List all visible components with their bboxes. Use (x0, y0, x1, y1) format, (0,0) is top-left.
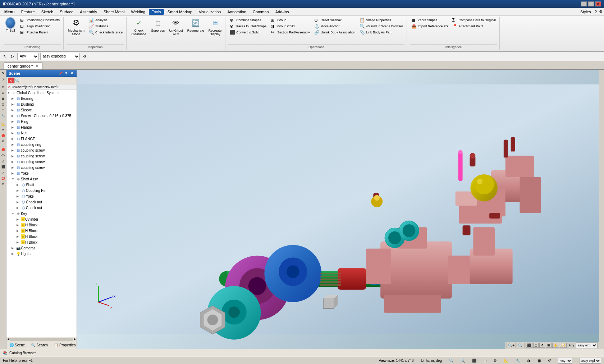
view-pan-btn[interactable]: ✋ (552, 343, 559, 348)
lmt-arrow-btn[interactable]: ▷ (1, 76, 6, 81)
any-dropdown[interactable]: Any (17, 53, 39, 60)
status-btn-8[interactable]: ↺ (548, 359, 551, 363)
status-btn-4[interactable]: 📐 (504, 359, 508, 363)
scene-pin-button[interactable]: 📌 (58, 71, 63, 76)
tree-item-ring[interactable]: ▶ ⊡ Ring (6, 119, 77, 124)
tree-item-shaft-assy[interactable]: ▼ ⊕ Shaft Assy (6, 176, 77, 182)
tree-item-coupling-screw3[interactable]: ▶ ⊡ coupling screw (6, 159, 77, 165)
lmt-btn15[interactable]: △ (1, 158, 6, 163)
tree-item-cylinder[interactable]: ▶ ▣ Cylinder (6, 216, 77, 222)
lmt-btn19[interactable]: ⊕ (1, 181, 6, 186)
check-interference-button[interactable]: 🔍 Check Interference (87, 29, 124, 35)
tree-item-hblock4[interactable]: ▶ ▣ H Block (6, 239, 77, 245)
link-body-as-part-button[interactable]: 📎 Link Body As Part (358, 29, 404, 35)
help-icon[interactable]: ? (595, 10, 597, 14)
menu-item-annotation[interactable]: Annotation (224, 9, 249, 15)
zoom-btn-1[interactable]: 🔍+ (507, 343, 516, 348)
menu-item-surface[interactable]: Surface (57, 9, 76, 15)
menu-item-common[interactable]: Common (250, 9, 272, 15)
catalog-browser-label[interactable]: Catalog Browser (9, 351, 36, 355)
menu-item-smart-markup[interactable]: Smart Markup (165, 9, 195, 15)
lmt-btn14[interactable]: ◯ (1, 153, 6, 158)
lmt-btn17[interactable]: ↗ (1, 170, 6, 175)
tree-item-cameras[interactable]: ▶ 📷 Cameras (6, 245, 77, 251)
menu-item-sheet-metal[interactable]: Sheet Metal (101, 9, 128, 15)
center-grinder-tab[interactable]: center grinder* ✕ (4, 63, 42, 69)
lmt-btn4[interactable]: ⊡ (1, 90, 6, 95)
menu-item-addins[interactable]: Add-Ins (273, 9, 292, 15)
faces-to-intellishape-button[interactable]: ⊗ Faces to IntelliShape (228, 23, 268, 29)
tree-item-hblock3[interactable]: ▶ ▣ H Block (6, 234, 77, 239)
recreate-display-button[interactable]: 🖥 RecreateDisplay (207, 17, 223, 37)
move-anchor-button[interactable]: ⚓ Move Anchor (313, 23, 357, 29)
view-select-2[interactable]: ◻ (533, 343, 539, 348)
tree-item-coupling-ring[interactable]: ▶ ⊡ coupling ring (6, 142, 77, 147)
menu-item-menu[interactable]: Menu (1, 9, 18, 15)
status-btn-2[interactable]: ◻ (484, 359, 486, 363)
check-clearance-button[interactable]: ✓ CheckClearance (129, 17, 148, 37)
lmt-btn16[interactable]: ⬛ (1, 164, 6, 169)
combine-shapes-button[interactable]: ⊕ Combine Shapes (228, 17, 268, 23)
tab-close-button[interactable]: ✕ (36, 64, 38, 68)
viewport[interactable]: X Z Y 🔍+ 🔍- ⬛ ◻ ↺ ⊞ ✋ 🧭 Any assy expl (77, 70, 599, 349)
scene-close-button[interactable]: ✕ (69, 71, 74, 76)
menu-item-feature[interactable]: Feature (18, 9, 38, 15)
lmt-btn13[interactable]: 🔴 (1, 147, 6, 152)
status-btn-5[interactable]: 🔧 (516, 359, 520, 363)
menu-item-sketch[interactable]: Sketch (38, 9, 56, 15)
tree-item-shaft[interactable]: ▶ ⬡ Shaft (6, 182, 77, 188)
group-child-button[interactable]: ◑ Group Child (269, 23, 311, 29)
menu-item-assembly[interactable]: Assembly (77, 9, 100, 15)
view-orient-btn[interactable]: 🧭 (560, 343, 567, 348)
config-manage-button[interactable]: ⚙ (81, 54, 88, 59)
scene-tb-search[interactable]: 🔍 (14, 78, 20, 83)
config-dropdown[interactable]: assy exploded (40, 53, 80, 60)
maximize-button[interactable]: □ (588, 1, 594, 6)
lmt-btn10[interactable]: ✏ (1, 127, 6, 132)
tree-item-yoke2[interactable]: ▶ ⬡ Yoke (6, 193, 77, 199)
tree-item-hblock2[interactable]: ▶ ▣ H Block (6, 228, 77, 234)
lmt-select-btn[interactable]: ↖ (1, 70, 6, 75)
tree-item-lights[interactable]: ▶ 💡 Lights (6, 251, 77, 257)
lmt-btn8[interactable]: 🔧 (1, 113, 6, 118)
tree-item-key[interactable]: ▼ ⊕ Key (6, 211, 77, 216)
tree-item-coupling-pin[interactable]: ▶ ⬡ Coupling Pin (6, 188, 77, 193)
view-fit-btn[interactable]: ⊞ (546, 343, 552, 348)
fixed-in-parent-button[interactable]: ⊟ Fixed in Parent (19, 29, 61, 35)
status-btn-7[interactable]: ▦ (537, 359, 541, 363)
positioning-constraints-button[interactable]: ⊞ Positioning Constraints (19, 17, 61, 23)
select-tool-button[interactable]: ▷ (9, 54, 16, 59)
tree-item-nut[interactable]: ▶ ⊡ Nut (6, 130, 77, 136)
assy-config-select[interactable]: assy expl (576, 342, 598, 348)
status-any-select[interactable]: Any (558, 358, 572, 364)
scene-tab-properties[interactable]: 📋 Properties (51, 341, 79, 349)
menu-item-welding[interactable]: Welding (128, 9, 148, 15)
minimize-button[interactable]: ─ (581, 1, 587, 6)
regenerate-button[interactable]: 🔄 Regenerate (186, 17, 206, 33)
status-btn-6[interactable]: ◑ (527, 359, 530, 363)
group-button[interactable]: ⊞ Group (269, 17, 311, 23)
statistics-button[interactable]: 📈 Statistics (87, 23, 124, 29)
tree-item-sleeve[interactable]: ▶ ⊡ Sleeve (6, 107, 77, 113)
tree-item-screw[interactable]: ▶ ⊡ Screw : Cheese - 0.216 x 0.375 (6, 113, 77, 119)
lmt-btn5[interactable]: ▦ (1, 96, 6, 101)
view-select-1[interactable]: ⬛ (526, 343, 532, 348)
scene-tab-scene[interactable]: 🌐 Scene (6, 341, 28, 349)
tree-item-check-nut1[interactable]: ▶ ⬡ Check nut (6, 199, 77, 205)
mechanism-mode-button[interactable]: ⚙ MechanismMode (67, 17, 86, 37)
status-zoom-out[interactable]: 🔍 (461, 359, 465, 363)
lmt-btn7[interactable]: ⬡ (1, 107, 6, 112)
shape-properties-button[interactable]: 📋 Shape Properties (358, 17, 404, 23)
menu-item-tools[interactable]: Tools (149, 9, 164, 15)
tree-item-bearing[interactable]: ▶ ⊡ Bearing (6, 96, 77, 101)
unghost-button[interactable]: 👁 Un-GhostAll ▾ (168, 17, 184, 37)
scrollbar-left[interactable]: ◀ (7, 337, 9, 341)
section-part-button[interactable]: ✂ Section Part/Assembly (269, 29, 311, 35)
tree-item-global-coord[interactable]: ▼ ⊕ Global Coordinate System (6, 90, 77, 96)
reset-sizebox-button[interactable]: ⊙ Reset Sizebox (313, 17, 357, 23)
status-assy-select[interactable]: assy expl (580, 358, 601, 364)
scene-scrollbar[interactable]: ◀ ▶ (6, 337, 77, 341)
status-zoom-in[interactable]: 🔍 (449, 359, 453, 363)
lmt-btn3[interactable]: ⊕ (1, 84, 6, 89)
tree-item-bushing[interactable]: ▶ ⊡ Bushing (6, 101, 77, 107)
